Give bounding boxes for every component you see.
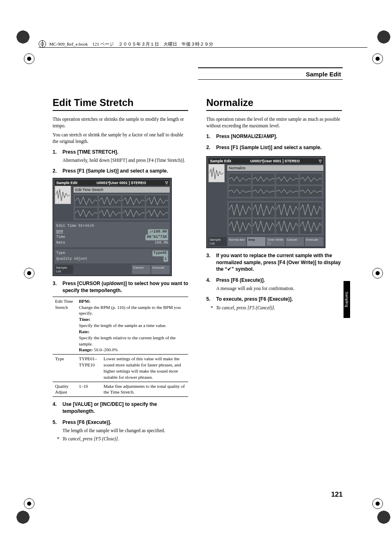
step-4: Use [VALUE] or [INC/DEC] to specify the …: [53, 401, 188, 415]
asterisk-icon: *: [210, 305, 213, 310]
softkey-f2[interactable]: [74, 265, 92, 274]
section-title-normalize: Normalize: [206, 97, 342, 111]
crop-mark: [24, 268, 35, 279]
params-table: Edit Time Stretch BPM: Change the BPM (p…: [53, 297, 188, 397]
footnote: * To cancel, press [F5 (Cancel)].: [210, 305, 342, 310]
running-head: Sample Edit: [198, 67, 343, 80]
crop-mark: [372, 53, 383, 64]
print-header: MC-909_Ref_e.book 121 ページ ２００５年３月１日 火曜日 …: [39, 40, 367, 48]
softkey-f1[interactable]: Sample List: [55, 265, 73, 274]
lcd-screenshot-time-stretch: Sample Edit U0001*[User 0001 ] STEREO ▽ …: [53, 178, 172, 276]
softkey-f3[interactable]: Amp: [247, 237, 265, 246]
dropdown-icon: ▽: [319, 159, 322, 163]
lcd-screenshot-normalize: Sample Edit U0001*[User 0001 ] STEREO ▽ …: [206, 156, 325, 248]
crop-mark: [24, 498, 35, 509]
table-cell: Quality Adjust: [53, 382, 76, 397]
crop-mark: [372, 268, 383, 279]
side-tab-sampling: Sampling: [344, 281, 350, 318]
table-cell: Type: [53, 355, 76, 382]
table-cell: Lower settings of this value will make t…: [101, 355, 188, 382]
softkey-f4[interactable]: [113, 265, 131, 274]
step-3: If you want to replace the current sampl…: [206, 252, 342, 273]
reg-mark-br: [376, 509, 392, 525]
softkey-f3[interactable]: [93, 265, 112, 274]
header-filebar: MC-909_Ref_e.book 121 ページ ２００５年３月１日 火曜日 …: [49, 41, 213, 47]
softkey-f5[interactable]: Cancel: [286, 237, 304, 246]
reg-mark-tl: [15, 29, 31, 45]
reg-mark-bl: [15, 509, 31, 525]
table-cell: BPM: Change the BPM (p. 116) of the samp…: [76, 297, 188, 355]
table-cell: 1–10: [76, 382, 101, 397]
paragraph: This operation raises the level of the e…: [206, 116, 342, 129]
sample-icon: [55, 186, 71, 204]
table-cell: Edit Time Stretch: [53, 297, 76, 355]
softkey-f2[interactable]: Norma lize: [228, 237, 246, 246]
table-cell: Make fine adjustments to the tonal quali…: [101, 382, 188, 397]
step-2: Press [F1 (Sample List)] and select a sa…: [206, 144, 342, 151]
softkey-f6[interactable]: Execute: [305, 237, 323, 246]
dropdown-icon: ▽: [165, 181, 168, 185]
header-rule: [39, 47, 367, 48]
step-1: Press [NORMALIZE/AMP].: [206, 133, 342, 140]
softkey-f1[interactable]: Sample List: [208, 237, 227, 246]
asterisk-icon: *: [57, 436, 59, 441]
paragraph: You can stretch or shrink the sample by …: [53, 131, 188, 145]
step-5: Press [F6 (Execute)]. The length of the …: [53, 419, 188, 434]
step-5: To execute, press [F6 (Execute)].: [206, 296, 342, 303]
crop-mark: [372, 498, 383, 509]
table-cell: TYPE01–TYPE10: [76, 355, 101, 382]
section-title-time-stretch: Edit Time Stretch: [53, 97, 188, 111]
step-2: Press [F1 (Sample List)] and select a sa…: [53, 168, 188, 175]
column-right: Normalize This operation raises the leve…: [206, 97, 342, 443]
column-left: Edit Time Stretch This operation stretch…: [53, 97, 188, 443]
footnote: * To cancel, press [F5 (Close)].: [57, 436, 188, 441]
checkbox-icon: ☐: [267, 242, 270, 245]
header-ornament: [39, 40, 46, 48]
softkey-f5[interactable]: Cancel: [132, 265, 150, 274]
reg-mark-tr: [376, 29, 392, 45]
step-1: Press [TIME STRETCH]. Alternatively, hol…: [53, 149, 188, 164]
page-number: 121: [331, 491, 343, 499]
softkey-f4[interactable]: Over Write ☐: [266, 237, 285, 246]
paragraph: This operation stretches or shrinks the …: [53, 116, 188, 129]
sample-icon: [208, 164, 225, 182]
softkey-f6[interactable]: Execute: [151, 265, 170, 274]
crop-mark: [24, 53, 35, 64]
step-4: Press [F6 (Execute)]. A message will ask…: [206, 277, 342, 292]
step-3: Press [CURSOR (up/down)] to select how y…: [53, 280, 188, 294]
